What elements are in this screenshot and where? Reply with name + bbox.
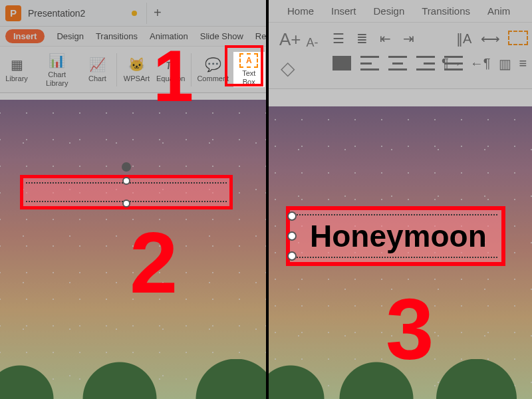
title-bar: P Presentation2 +: [0, 0, 266, 27]
align-justify-button[interactable]: [332, 56, 351, 70]
app-logo-icon: P: [5, 5, 21, 21]
ribbon-home: A+ A- ◇ ☰ ≣ ⇤ ⇥ ‖A ⟷ ¶→: [269, 23, 532, 89]
align-vertical-button[interactable]: ≡: [519, 56, 527, 72]
filled-text-box[interactable]: Honeymoon: [286, 206, 505, 266]
columns-button[interactable]: ▥: [499, 56, 511, 72]
tab-design[interactable]: Design: [374, 5, 405, 17]
wpsart-button[interactable]: 🐱 WPSArt: [121, 55, 152, 84]
tab-transitions[interactable]: Transitions: [422, 5, 470, 17]
chart-library-button[interactable]: 📊 Chart Library: [35, 51, 79, 88]
icon-library-button[interactable]: ▦ Library: [1, 55, 32, 84]
align-center-button[interactable]: [388, 56, 407, 70]
ribbon-separator: [116, 53, 117, 86]
tab-home[interactable]: Home: [287, 5, 314, 17]
tab-insert[interactable]: Insert: [5, 29, 45, 43]
resize-handle-icon[interactable]: [287, 231, 297, 241]
document-title: Presentation2: [28, 8, 85, 19]
align-left-button[interactable]: [360, 56, 379, 70]
resize-handle-icon[interactable]: [287, 251, 297, 261]
resize-handle-icon[interactable]: [122, 177, 130, 185]
wpsart-icon: 🐱: [128, 56, 145, 73]
ribbon-insert: ▦ Library 📊 Chart Library 📈 Chart 🐱 WPSA…: [0, 47, 266, 93]
clear-format-button[interactable]: ◇: [281, 57, 295, 79]
chart-icon: 📈: [88, 56, 106, 73]
rtl-text-button[interactable]: ←¶: [470, 56, 491, 72]
increase-font-button[interactable]: A+: [279, 29, 301, 50]
tab-animation[interactable]: Anim: [487, 5, 510, 17]
text-box-icon: A: [239, 53, 258, 68]
resize-handle-icon[interactable]: [122, 200, 130, 207]
text-direction-button[interactable]: ⟷: [481, 31, 500, 47]
textbox-border-icon: [294, 214, 497, 215]
textbox-text[interactable]: Honeymoon: [310, 218, 487, 254]
annotation-step-1: 1: [153, 33, 194, 118]
ribbon-tabstrip: Insert Design Transitions Animation Slid…: [0, 27, 266, 47]
font-size-group: A+ A-: [279, 29, 319, 50]
tab-review[interactable]: Review: [255, 31, 266, 41]
new-tab-button[interactable]: +: [146, 3, 168, 24]
numbered-list-button[interactable]: ≣: [356, 31, 368, 47]
tab-design[interactable]: Design: [57, 31, 83, 41]
decrease-font-button[interactable]: A-: [307, 36, 319, 50]
comment-icon: 💬: [204, 56, 221, 73]
bullet-list-button[interactable]: ☰: [332, 31, 344, 47]
text-box-button[interactable]: A Text Box: [233, 52, 265, 86]
rotate-handle-icon[interactable]: [122, 162, 131, 172]
ltr-text-button[interactable]: ¶→: [442, 56, 462, 72]
line-spacing-button[interactable]: ‖A: [456, 31, 471, 47]
textbox-border-icon: [294, 257, 497, 258]
comment-button[interactable]: 💬 Comment: [196, 55, 231, 84]
unsaved-indicator-icon: [132, 11, 137, 16]
grid-icon: ▦: [8, 56, 25, 73]
annotation-step-3: 3: [386, 279, 434, 379]
slide-foliage-graphic: [0, 359, 266, 399]
resize-handle-icon[interactable]: [287, 211, 297, 221]
empty-text-box[interactable]: [20, 175, 233, 209]
chart-button[interactable]: 📈 Chart: [82, 55, 112, 84]
tab-transitions[interactable]: Transitions: [96, 31, 138, 41]
increase-indent-button[interactable]: ⇥: [403, 31, 414, 47]
text-box-button[interactable]: [508, 31, 528, 45]
decrease-indent-button[interactable]: ⇤: [380, 31, 391, 47]
tab-insert[interactable]: Insert: [331, 5, 356, 17]
left-pane: P Presentation2 + Insert Design Transiti…: [0, 0, 266, 399]
tab-slideshow[interactable]: Slide Show: [200, 31, 243, 41]
align-right-button[interactable]: [416, 56, 435, 70]
chart-library-icon: 📊: [49, 52, 66, 69]
annotation-step-2: 2: [130, 213, 178, 313]
ribbon-tabstrip-right: Home Insert Design Transitions Anim: [269, 0, 532, 23]
